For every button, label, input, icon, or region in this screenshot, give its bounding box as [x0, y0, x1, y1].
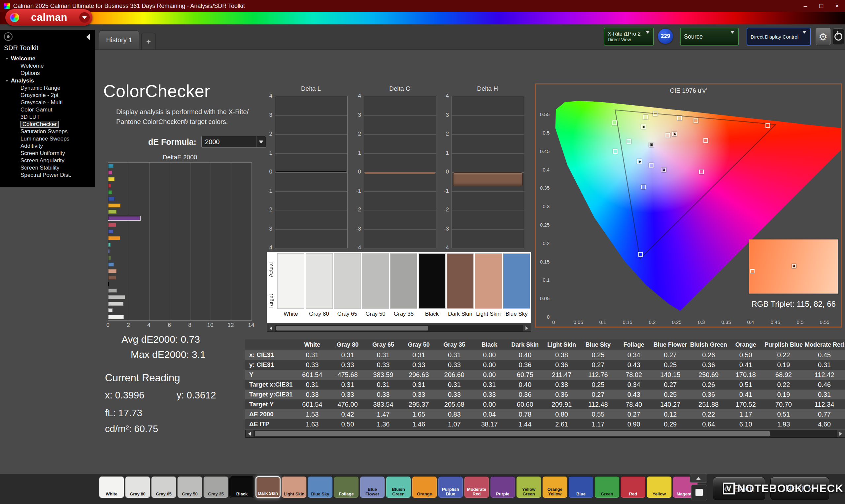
patch-button-light-skin[interactable]: Light Skin — [282, 476, 307, 498]
maximize-button[interactable]: □ — [813, 0, 829, 12]
sidebar-item-label: Welcome — [20, 63, 44, 69]
table-cell: 0.25 — [652, 360, 689, 370]
patch-button-white[interactable]: White — [99, 476, 124, 498]
calman-logo-button[interactable]: calman — [5, 9, 92, 26]
sidebar-item-3d-lut[interactable]: 3D LUT — [0, 113, 95, 121]
patch-button-orange[interactable]: Orange — [412, 476, 437, 498]
patch-button-yellow-green[interactable]: Yellow Green — [516, 476, 541, 498]
sidebar-group-welcome[interactable]: Welcome — [0, 55, 95, 62]
sidebar-item-colorchecker[interactable]: ColorChecker — [0, 121, 95, 128]
deltae-bar-purplish-blue — [108, 230, 113, 234]
de-formula-label: dE Formula: — [148, 137, 196, 147]
de-formula-select[interactable]: 2000 — [201, 136, 266, 148]
deltae-x-axis: 02468101214 — [108, 322, 252, 330]
patch-button-gray-65[interactable]: Gray 65 — [151, 476, 176, 498]
arrow-left-icon[interactable] — [246, 430, 253, 437]
patch-button-black[interactable]: Black — [229, 476, 254, 498]
patch-button-green[interactable]: Green — [595, 476, 619, 498]
layout-button[interactable] — [691, 485, 707, 500]
sidebar-item-options[interactable]: Options — [0, 70, 95, 77]
display-control-dropdown[interactable]: Direct Display Control — [746, 28, 811, 46]
patch-button-gray-50[interactable]: Gray 50 — [177, 476, 203, 498]
table-column-purplish-blue: Purplish Blue — [763, 339, 804, 350]
sidebar-item-saturation-sweeps[interactable]: Saturation Sweeps — [0, 128, 95, 135]
table-cell: 0.19 — [763, 390, 804, 399]
sidebar-group-analysis[interactable]: Analysis — [0, 77, 95, 85]
patch-button-blue-flower[interactable]: Blue Flower — [360, 476, 385, 498]
sidebar-item-color-gamut[interactable]: Color Gamut — [0, 106, 95, 113]
patch-button-moderate-red[interactable]: Moderate Red — [464, 476, 489, 498]
source-dropdown[interactable]: Source — [680, 28, 739, 46]
cie-point-cyan — [613, 149, 618, 154]
settings-button[interactable]: ⚙ — [816, 28, 830, 45]
strip-scrollbar-thumb[interactable] — [276, 326, 428, 330]
gridline — [452, 154, 524, 154]
arrow-right-icon[interactable] — [837, 430, 845, 437]
patch-button-purple[interactable]: Purple — [490, 476, 515, 498]
patch-button-red[interactable]: Red — [620, 476, 646, 498]
table-row-label: Y — [245, 370, 295, 380]
workflow-home-button[interactable] — [4, 32, 13, 41]
patch-button-foliage[interactable]: Foliage — [334, 476, 359, 498]
cie-point-light-skin — [666, 133, 670, 138]
current-reading-title: Current Reading — [105, 372, 180, 384]
back-button[interactable]: « Back — [713, 477, 765, 500]
meter-name: X-Rite i1Pro 2 — [608, 31, 641, 37]
sidebar-item-screen-angularity[interactable]: Screen Angularity — [0, 157, 95, 164]
arrow-left-icon[interactable] — [267, 325, 275, 331]
arrow-right-icon[interactable] — [523, 325, 531, 331]
table-scrollbar-thumb[interactable] — [255, 431, 770, 436]
axis-tick-label: 0.4 — [747, 319, 754, 325]
table-cell: 4.60 — [804, 419, 845, 429]
chevron-down-icon — [79, 12, 90, 23]
strip-swatch-color — [390, 253, 417, 309]
delta-l-plot — [275, 96, 348, 248]
patch-button-orange-yellow[interactable]: Orange Yellow — [542, 476, 567, 498]
strip-swatch-gray-50: Gray 50 — [362, 252, 389, 323]
axis-tick-label: 0 — [106, 322, 109, 328]
sidebar-item-welcome[interactable]: Welcome — [0, 62, 95, 70]
sidebar-item-spectral-power-dist-[interactable]: Spectral Power Dist. — [0, 172, 95, 179]
next-button[interactable]: Next » — [770, 477, 829, 500]
patch-button-blue-sky[interactable]: Blue Sky — [307, 476, 333, 498]
strip-swatch-label: Blue Sky — [503, 311, 530, 317]
sidebar-item-screen-stability[interactable]: Screen Stability — [0, 164, 95, 172]
table-scrollbar[interactable] — [245, 430, 845, 438]
table-cell: 0.31 — [804, 360, 845, 370]
sidebar-item-screen-uniformity[interactable]: Screen Uniformity — [0, 150, 95, 157]
axis-tick-label: 2 — [263, 131, 272, 137]
patch-button-bluish-green[interactable]: Bluish Green — [386, 476, 411, 498]
sidebar-item-grayscale-2pt[interactable]: Grayscale - 2pt — [0, 92, 95, 99]
cie-point-orange — [693, 119, 698, 123]
sidebar-item-dynamic-range[interactable]: Dynamic Range — [0, 85, 95, 92]
tab-history-1[interactable]: History 1 — [99, 30, 139, 50]
patch-button-purplish-blue[interactable]: Purplish Blue — [438, 476, 463, 498]
sidebar-collapse-button[interactable] — [84, 33, 92, 41]
patch-button-gray-80[interactable]: Gray 80 — [125, 476, 150, 498]
patch-button-yellow[interactable]: Yellow — [647, 476, 672, 498]
add-tab-button[interactable]: + — [141, 33, 156, 50]
patch-button-blue[interactable]: Blue — [568, 476, 594, 498]
table-row-label: ΔE 2000 — [245, 409, 295, 419]
patch-button-label: Gray 50 — [181, 492, 198, 498]
strip-scrollbar[interactable] — [267, 325, 531, 332]
patch-button-gray-35[interactable]: Gray 35 — [203, 476, 228, 498]
cie-measured-dot — [639, 161, 641, 163]
close-button[interactable]: × — [829, 0, 845, 12]
patch-bar-expand-button[interactable] — [690, 474, 707, 483]
table-cell: 0.31 — [401, 380, 437, 390]
strip-swatch-color — [475, 253, 502, 309]
strip-swatch-label: Dark Skin — [446, 311, 474, 317]
sidebar-item-luminance-sweeps[interactable]: Luminance Sweeps — [0, 135, 95, 143]
sidebar-item-additivity[interactable]: Additivity — [0, 143, 95, 150]
table-cell: 0.36 — [507, 390, 543, 399]
table-cell: 0.00 — [472, 360, 507, 370]
patch-button-dark-skin[interactable]: Dark Skin — [256, 476, 281, 498]
sidebar-item-grayscale-multi[interactable]: Grayscale - Multi — [0, 99, 95, 106]
meter-dropdown[interactable]: X-Rite i1Pro 2 Direct View — [604, 28, 654, 46]
table-cell: 1.46 — [401, 419, 437, 429]
gridline — [275, 191, 347, 192]
gridline — [275, 172, 347, 173]
power-button[interactable] — [833, 29, 844, 45]
minimize-button[interactable]: – — [797, 0, 813, 12]
